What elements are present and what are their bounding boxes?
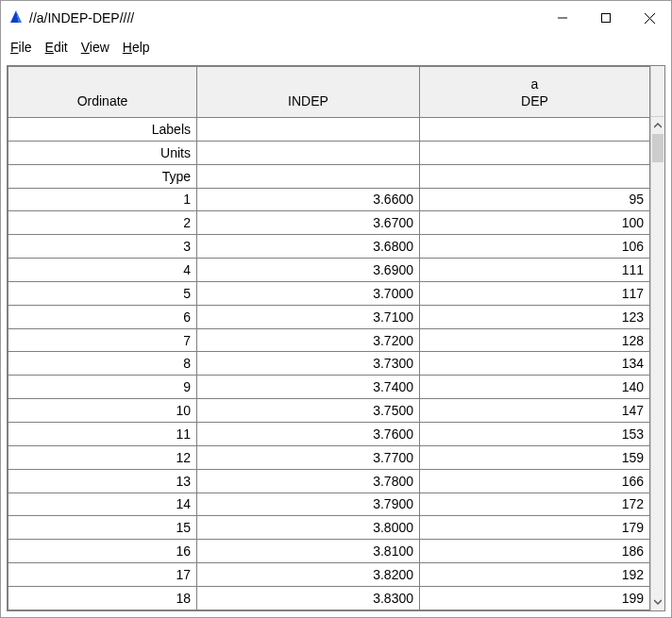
menu-help[interactable]: Help bbox=[123, 40, 150, 55]
table-row: 63.7100123 bbox=[8, 305, 650, 328]
meta-row-labels: Labels bbox=[8, 118, 650, 142]
cell[interactable] bbox=[420, 118, 650, 142]
indep-cell[interactable]: 3.7300 bbox=[197, 352, 420, 376]
dep-cell[interactable]: 159 bbox=[420, 445, 650, 469]
dep-cell[interactable]: 166 bbox=[420, 469, 650, 493]
dep-cell[interactable]: 95 bbox=[420, 188, 650, 211]
menu-file[interactable]: File bbox=[10, 40, 32, 55]
dep-cell[interactable]: 192 bbox=[420, 563, 650, 587]
table-row: 53.7000117 bbox=[8, 281, 650, 305]
meta-label: Labels bbox=[8, 118, 197, 142]
indep-cell[interactable]: 3.6700 bbox=[197, 211, 420, 235]
table-row: 43.6900111 bbox=[8, 259, 650, 282]
dep-cell[interactable]: 106 bbox=[420, 235, 650, 259]
dep-cell[interactable]: 140 bbox=[420, 376, 650, 399]
indep-cell[interactable]: 3.6800 bbox=[197, 235, 420, 259]
meta-row-units: Units bbox=[8, 141, 650, 164]
window-controls bbox=[541, 1, 671, 35]
ordinate-cell[interactable]: 7 bbox=[8, 328, 197, 352]
indep-cell[interactable]: 3.8100 bbox=[197, 540, 420, 563]
vertical-scrollbar[interactable] bbox=[650, 66, 664, 610]
indep-cell[interactable]: 3.6900 bbox=[197, 259, 420, 282]
cell[interactable] bbox=[420, 141, 650, 164]
meta-label: Units bbox=[8, 141, 197, 164]
indep-cell[interactable]: 3.7700 bbox=[197, 445, 420, 469]
ordinate-cell[interactable]: 8 bbox=[8, 352, 197, 376]
menu-edit[interactable]: Edit bbox=[45, 40, 68, 55]
dep-cell[interactable]: 147 bbox=[420, 399, 650, 423]
svg-rect-3 bbox=[602, 14, 611, 23]
dep-cell[interactable]: 111 bbox=[420, 259, 650, 282]
indep-cell[interactable]: 3.6600 bbox=[197, 188, 420, 211]
data-grid[interactable]: Ordinate INDEP a DEP Labels bbox=[7, 65, 665, 611]
indep-cell[interactable]: 3.7900 bbox=[197, 493, 420, 516]
cell[interactable] bbox=[197, 164, 420, 188]
indep-cell[interactable]: 3.7600 bbox=[197, 422, 420, 445]
minimize-button[interactable] bbox=[541, 1, 584, 35]
table-row: 153.8000179 bbox=[8, 516, 650, 540]
indep-cell[interactable]: 3.7100 bbox=[197, 305, 420, 328]
meta-label: Type bbox=[8, 164, 197, 188]
menu-view[interactable]: View bbox=[81, 40, 109, 55]
dep-cell[interactable]: 199 bbox=[420, 586, 650, 610]
ordinate-cell[interactable]: 18 bbox=[8, 586, 197, 610]
ordinate-cell[interactable]: 3 bbox=[8, 235, 197, 259]
table-row: 93.7400140 bbox=[8, 376, 650, 399]
dep-cell[interactable]: 153 bbox=[420, 422, 650, 445]
close-button[interactable] bbox=[628, 1, 671, 35]
maximize-button[interactable] bbox=[584, 1, 628, 35]
cell[interactable] bbox=[420, 164, 650, 188]
cell[interactable] bbox=[197, 141, 420, 164]
cell[interactable] bbox=[197, 118, 420, 142]
indep-cell[interactable]: 3.8000 bbox=[197, 516, 420, 540]
column-header-dep[interactable]: a DEP bbox=[420, 67, 650, 118]
ordinate-cell[interactable]: 15 bbox=[8, 516, 197, 540]
indep-cell[interactable]: 3.7500 bbox=[197, 399, 420, 423]
dep-cell[interactable]: 100 bbox=[420, 211, 650, 235]
indep-cell[interactable]: 3.8300 bbox=[197, 586, 420, 610]
titlebar[interactable]: //a/INDEP-DEP//// bbox=[1, 1, 671, 35]
ordinate-cell[interactable]: 10 bbox=[8, 399, 197, 423]
table-row: 13.660095 bbox=[8, 188, 650, 211]
column-header-indep[interactable]: INDEP bbox=[197, 67, 420, 118]
ordinate-cell[interactable]: 1 bbox=[8, 188, 197, 211]
dep-cell[interactable]: 123 bbox=[420, 305, 650, 328]
indep-cell[interactable]: 3.7800 bbox=[197, 469, 420, 493]
ordinate-cell[interactable]: 12 bbox=[8, 445, 197, 469]
app-icon bbox=[8, 9, 24, 27]
indep-cell[interactable]: 3.7400 bbox=[197, 376, 420, 399]
ordinate-cell[interactable]: 6 bbox=[8, 305, 197, 328]
dep-cell[interactable]: 179 bbox=[420, 516, 650, 540]
indep-cell[interactable]: 3.7000 bbox=[197, 281, 420, 305]
ordinate-cell[interactable]: 9 bbox=[8, 376, 197, 399]
scroll-down-button[interactable] bbox=[651, 593, 664, 610]
table-row: 83.7300134 bbox=[8, 352, 650, 376]
dep-cell[interactable]: 117 bbox=[420, 281, 650, 305]
dep-cell[interactable]: 134 bbox=[420, 352, 650, 376]
ordinate-cell[interactable]: 4 bbox=[8, 259, 197, 282]
dep-cell[interactable]: 128 bbox=[420, 328, 650, 352]
table-row: 113.7600153 bbox=[8, 422, 650, 445]
ordinate-cell[interactable]: 13 bbox=[8, 469, 197, 493]
indep-cell[interactable]: 3.7200 bbox=[197, 328, 420, 352]
table-row: 163.8100186 bbox=[8, 540, 650, 563]
table-row: 123.7700159 bbox=[8, 445, 650, 469]
ordinate-cell[interactable]: 14 bbox=[8, 493, 197, 516]
table-row: 173.8200192 bbox=[8, 563, 650, 587]
table-row: 143.7900172 bbox=[8, 493, 650, 516]
dep-cell[interactable]: 186 bbox=[420, 540, 650, 563]
ordinate-cell[interactable]: 11 bbox=[8, 422, 197, 445]
table-row: 183.8300199 bbox=[8, 586, 650, 610]
indep-cell[interactable]: 3.8200 bbox=[197, 563, 420, 587]
column-header-ordinate[interactable]: Ordinate bbox=[8, 67, 197, 118]
dep-cell[interactable]: 172 bbox=[420, 493, 650, 516]
ordinate-cell[interactable]: 17 bbox=[8, 563, 197, 587]
scroll-up-button[interactable] bbox=[651, 117, 664, 134]
client-area: Ordinate INDEP a DEP Labels bbox=[1, 59, 671, 617]
scrollbar-track[interactable] bbox=[651, 134, 664, 593]
ordinate-cell[interactable]: 16 bbox=[8, 540, 197, 563]
ordinate-cell[interactable]: 2 bbox=[8, 211, 197, 235]
app-window: //a/INDEP-DEP//// File Edit View Help bbox=[0, 0, 672, 618]
scrollbar-thumb[interactable] bbox=[652, 134, 664, 162]
ordinate-cell[interactable]: 5 bbox=[8, 281, 197, 305]
